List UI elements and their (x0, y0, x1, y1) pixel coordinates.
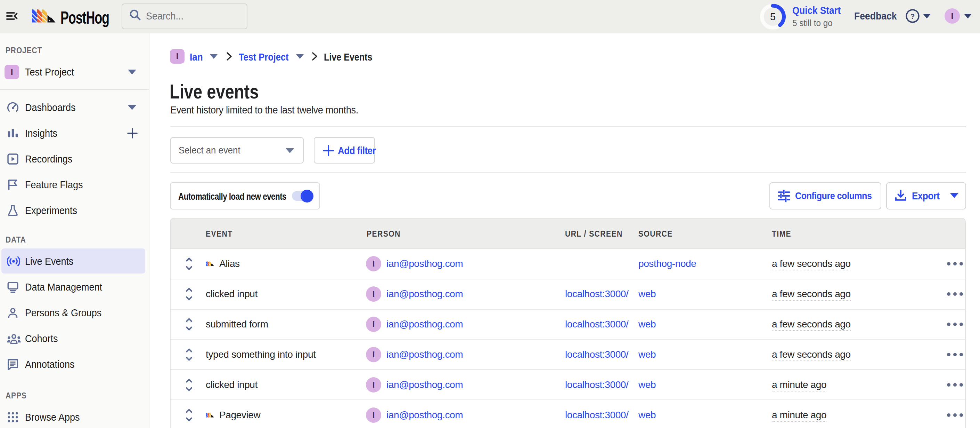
svg-text:?: ? (910, 12, 915, 20)
